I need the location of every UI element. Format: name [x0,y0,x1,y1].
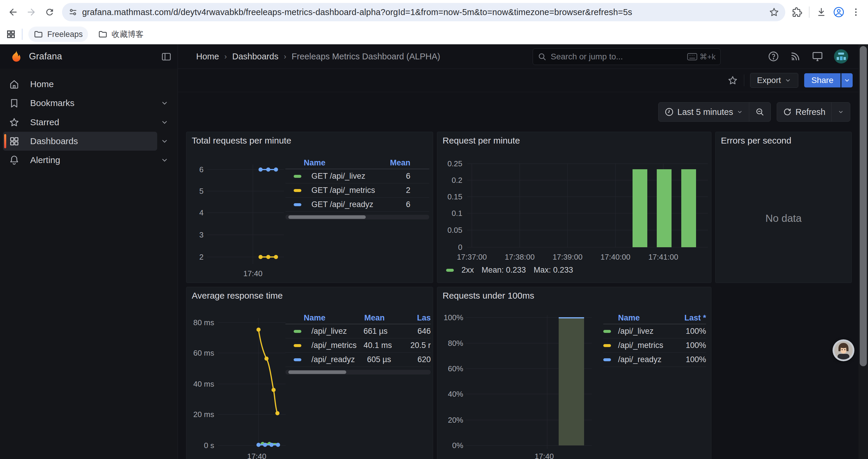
chevron-right-icon: › [224,52,227,61]
table-row[interactable]: /api/_livez 100% [603,324,706,338]
star-dashboard-icon[interactable] [727,75,738,86]
export-button[interactable]: Export [750,73,798,88]
chevron-down-icon[interactable] [160,137,169,145]
url-text[interactable]: grafana.mathmast.com/d/deytv4rwavabkb/fr… [82,7,769,17]
chevron-down-icon[interactable] [160,99,169,107]
bookmark-label: Freeleaps [47,30,83,39]
series-swatch[interactable] [603,330,611,333]
col-header-name[interactable]: Name [285,158,326,167]
address-bar[interactable]: grafana.mathmast.com/d/deytv4rwavabkb/fr… [62,3,785,21]
scrollbar-thumb[interactable] [860,46,867,366]
zoom-out-icon [755,107,765,117]
bars-2xx[interactable] [632,169,696,247]
sidebar-item-label: Dashboards [30,132,78,151]
bookmark-folder-blogs[interactable]: 收藏博客 [93,27,149,42]
page-scrollbar[interactable] [859,44,868,459]
apps-grid-icon[interactable] [6,29,16,39]
series-swatch[interactable] [294,358,301,361]
chevron-down-icon [784,77,792,84]
panel-errors-per-second[interactable]: Errors per second No data [715,132,852,283]
time-range-label: Last 5 minutes [677,107,733,117]
y-tick: 2 [199,253,204,261]
table-row[interactable]: GET /api/_metrics 2 [285,183,429,197]
legend-scrollbar[interactable] [285,215,429,220]
site-info-icon[interactable] [68,7,78,17]
news-rss-icon[interactable] [789,51,801,62]
panel-avg-response-time[interactable]: Average response time 80 ms 60 ms 40 ms … [186,287,433,459]
refresh-button[interactable]: Refresh [777,102,831,121]
browser-menu-icon[interactable] [851,7,861,17]
bookmark-star-icon[interactable] [769,7,779,18]
refresh-interval-button[interactable] [832,102,850,121]
x-tick: 17:40:00 [600,253,630,261]
breadcrumb-home[interactable]: Home [196,52,219,61]
legend-mean: Mean: 0.233 [482,266,526,275]
legend-scrollbar[interactable] [285,370,431,374]
profile-avatar-icon[interactable] [833,6,844,18]
table-row[interactable]: /api/_livez 661 µs 646 [285,324,431,338]
keyboard-icon [687,53,697,61]
sidebar-item-home[interactable]: Home [0,75,178,94]
series-swatch[interactable] [294,175,301,178]
x-tick: 17:37:00 [457,253,487,261]
col-header-last[interactable]: Last * [674,314,706,323]
sidebar-item-starred[interactable]: Starred [0,113,178,132]
series-swatch[interactable] [294,330,301,333]
help-icon[interactable] [768,51,779,62]
sidebar-item-alerting[interactable]: Alerting [0,151,178,169]
user-avatar[interactable] [834,49,848,64]
monitor-icon[interactable] [811,51,824,62]
bookmark-folder-freeleaps[interactable]: Freeleaps [28,27,88,42]
time-controls: Last 5 minutes Refre [658,102,850,122]
table-row[interactable]: /api/_metrics 40.1 ms 20.5 r [285,338,431,352]
panel-requests-under-100ms[interactable]: Requests under 100ms 100% 80% 60% 40% 20… [437,287,711,459]
zoom-out-button[interactable] [749,102,771,121]
table-row[interactable]: /api/_readyz 100% [603,352,706,367]
series-swatch[interactable] [294,203,301,206]
sidebar-item-dashboards[interactable]: Dashboards [0,132,178,151]
chart-request-per-minute[interactable]: 0.25 0.2 0.15 0.1 0.05 0 17:37:00 17:38:… [437,132,711,283]
dock-menu-icon[interactable] [161,52,172,62]
chevron-down-icon[interactable] [160,118,169,126]
breadcrumb-dashboards[interactable]: Dashboards [232,52,278,61]
panel-title[interactable]: Errors per second [721,136,791,145]
back-button[interactable] [5,4,21,21]
chart-legend[interactable]: 2xx Mean: 0.233 Max: 0.233 [446,266,573,275]
table-row[interactable]: /api/_metrics 100% [603,338,706,352]
col-header-mean[interactable]: Mean [340,314,385,323]
table-row[interactable]: GET /api/_livez 6 [285,169,429,183]
grafana-logo[interactable] [8,49,23,64]
extensions-icon[interactable] [792,7,802,18]
search-input[interactable]: Search or jump to... ⌘+k [533,48,720,65]
y-tick: 0 s [204,441,214,450]
col-header-last[interactable]: Las [395,314,431,323]
panel-request-per-minute[interactable]: Request per minute 0.25 0.2 0.15 [437,132,711,283]
table-row[interactable]: GET /api/_readyz 6 [285,197,429,212]
share-button[interactable]: Share [804,73,840,88]
y-tick: 0.25 [447,159,462,168]
reload-button[interactable] [41,4,58,21]
y-tick: 60% [448,364,463,373]
series-swatch[interactable] [603,344,611,347]
time-range-picker[interactable]: Last 5 minutes [658,102,749,121]
y-tick: 100% [444,313,464,322]
series-swatch[interactable] [294,189,301,192]
col-header-name[interactable]: Name [603,314,640,323]
legend-table: Name Mean Las /api/_livez 661 µs 646 /ap… [285,312,431,374]
share-menu-button[interactable] [841,73,852,88]
table-row[interactable]: /api/_readyz 605 µs 620 [285,352,431,367]
series-swatch[interactable] [603,358,611,361]
series-swatch[interactable] [294,344,301,347]
panel-total-requests[interactable]: Total requests per minute 6 5 4 3 2 17:4… [186,132,433,283]
forward-button[interactable] [23,4,39,21]
download-icon[interactable] [816,7,827,18]
col-header-mean[interactable]: Mean [381,158,410,167]
grafana-brand[interactable]: Grafana [29,44,62,68]
col-header-name[interactable]: Name [285,314,326,323]
chevron-down-icon[interactable] [160,156,169,164]
bar-100pct[interactable] [559,318,584,446]
nav-divider [178,44,178,68]
sidebar-item-bookmarks[interactable]: Bookmarks [0,94,178,112]
floating-assistant-avatar[interactable] [833,339,855,361]
chevron-right-icon: › [284,52,286,61]
